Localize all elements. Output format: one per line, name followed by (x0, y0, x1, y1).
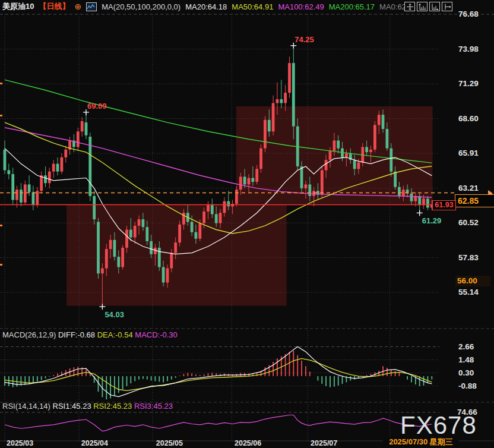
scale-price-axis-icon[interactable] (429, 2, 440, 11)
price-axis-tick: 60.52 (458, 218, 479, 227)
macd-diff-value: DIFF:-0.68 (58, 330, 95, 339)
chart-canvas[interactable] (0, 0, 494, 448)
price-axis-tick: 73.98 (458, 45, 479, 53)
ma100-value: MA100:62.49 (278, 2, 324, 11)
scale-time-axis-icon[interactable] (417, 2, 428, 11)
chart-header: 美原油10 【日线】 ⊕ MA(20,50,100,200,0,0) MA20:… (2, 1, 408, 12)
lower-level-label: 56.00 (455, 276, 490, 286)
macd-header: MACD(26,12,9) DIFF:-0.68 DEA:-0.54 MACD:… (2, 330, 178, 339)
month-label: 2025/04 (81, 439, 108, 447)
month-label: 2025/05 (156, 439, 183, 447)
macd-axis-tick: 2.66 (458, 342, 474, 351)
macd-axis-tick: 0.30 (458, 368, 474, 377)
price-axis-tick: 68.60 (458, 114, 479, 123)
rsi-title: RSI(14,14,14) (2, 402, 50, 411)
price-annotation: 54.03 (104, 310, 124, 319)
macd-title: MACD(26,12,9) (2, 330, 56, 339)
price-axis-tick: 57.83 (458, 253, 479, 262)
month-label: 2025/06 (235, 439, 261, 447)
ma50-value: MA50:64.91 (232, 2, 273, 11)
alert-price-label[interactable]: 62.85 (455, 194, 494, 207)
price-axis-tick: 71.29 (458, 79, 479, 88)
period-selector[interactable]: 【日线】 (39, 1, 69, 12)
month-label: 2025/07 (311, 439, 337, 447)
chart-toolbar (404, 2, 452, 11)
rsi2-value: RSI2:45.23 (93, 402, 132, 411)
ma-settings-label: MA(20,50,100,200,0,0) (102, 2, 180, 11)
macd-macd-value: MACD:-0.30 (135, 330, 178, 339)
price-annotation: 74.25 (294, 35, 314, 44)
ma-indicator-icon[interactable] (86, 2, 97, 11)
add-indicator-icon[interactable]: ⊕ (74, 2, 81, 11)
macd-dea-value: DEA:-0.54 (97, 330, 133, 339)
price-axis-tick: 63.21 (458, 184, 479, 193)
price-axis-tick: 65.91 (458, 149, 479, 157)
symbol-name: 美原油10 (2, 1, 34, 12)
pan-icon[interactable] (404, 2, 415, 11)
ma20-value: MA20:64.18 (185, 2, 227, 11)
ma200-value: MA200:65.17 (329, 2, 375, 11)
watermark: FX678 (400, 411, 477, 440)
price-annotation: 69.09 (87, 102, 107, 111)
rsi3-value: RSI3:45.23 (134, 402, 173, 411)
macd-axis-tick: -0.88 (458, 381, 477, 390)
price-axis-tick: 55.14 (458, 288, 479, 296)
reset-view-icon[interactable] (442, 2, 452, 11)
price-annotation: 61.29 (422, 216, 442, 225)
rsi1-value: RSI1:45.23 (53, 402, 91, 411)
rsi-header: RSI(14,14,14) RSI1:45.23 RSI2:45.23 RSI3… (2, 402, 173, 411)
macd-axis-tick: 1.48 (458, 355, 474, 364)
month-label: 2025/03 (7, 439, 33, 447)
price-axis-tick: 76.68 (458, 10, 479, 18)
last-price-tag: 61.93 (432, 200, 456, 210)
